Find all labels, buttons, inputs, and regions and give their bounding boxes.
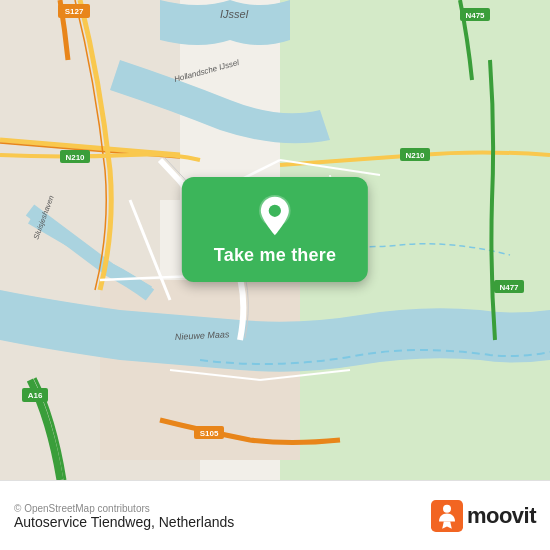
svg-point-39 [269, 205, 281, 217]
svg-rect-1 [280, 0, 550, 200]
bottom-bar: © OpenStreetMap contributors Autoservice… [0, 480, 550, 550]
location-pin-icon [254, 195, 296, 237]
svg-text:N477: N477 [499, 283, 519, 292]
svg-text:A16: A16 [28, 391, 43, 400]
svg-text:S127: S127 [65, 7, 84, 16]
map-container: IJssel Hollandsche IJssel Nieuwe Maas Sl… [0, 0, 550, 480]
location-name: Autoservice Tiendweg, Netherlands [14, 514, 234, 530]
location-info: © OpenStreetMap contributors Autoservice… [14, 501, 234, 530]
moovit-text: moovit [467, 503, 536, 529]
svg-point-41 [443, 504, 451, 512]
moovit-icon [431, 500, 463, 532]
svg-text:N210: N210 [405, 151, 425, 160]
svg-text:IJssel: IJssel [220, 8, 249, 20]
svg-text:N210: N210 [65, 153, 85, 162]
svg-text:N475: N475 [465, 11, 485, 20]
cta-label: Take me there [214, 245, 336, 266]
moovit-logo: moovit [431, 500, 536, 532]
osm-credit: © OpenStreetMap contributors [14, 503, 234, 514]
svg-text:S105: S105 [200, 429, 219, 438]
cta-button[interactable]: Take me there [182, 177, 368, 282]
